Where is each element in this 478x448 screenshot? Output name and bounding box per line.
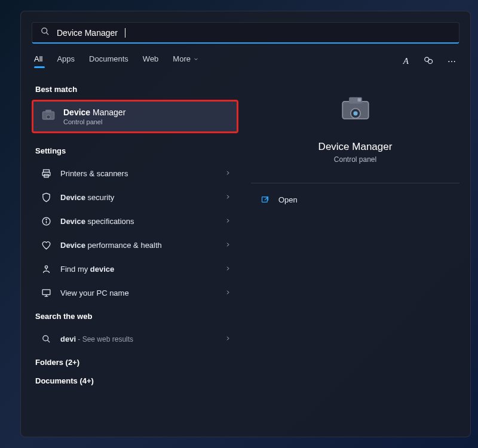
filter-tab-all[interactable]: All: [34, 54, 42, 68]
list-item-label: devi - See web results: [60, 335, 216, 343]
preview-subtitle: Control panel: [334, 155, 376, 164]
settings-item-find-my-device[interactable]: Find my device: [32, 257, 238, 281]
section-search-web: Search the web: [35, 312, 235, 321]
svg-point-18: [42, 335, 48, 340]
svg-point-22: [353, 111, 357, 115]
filter-tab-more[interactable]: More: [173, 54, 199, 68]
chevron-right-icon: [225, 169, 231, 178]
svg-line-19: [47, 340, 50, 342]
start-search-panel: Device Manager All Apps Documents Web Mo…: [20, 11, 471, 437]
info-icon: [40, 215, 52, 227]
filter-bar: All Apps Documents Web More A ⋯: [32, 54, 459, 68]
text-a-button[interactable]: A: [403, 56, 409, 66]
svg-point-3: [428, 59, 433, 63]
settings-item-device-perf[interactable]: Device performance & health: [32, 233, 238, 257]
svg-line-1: [46, 32, 48, 35]
open-action[interactable]: Open: [251, 187, 459, 212]
results-content: Best match Device Manager Control panel: [32, 79, 459, 430]
web-item-devi[interactable]: devi - See web results: [32, 327, 238, 351]
pc-icon: [40, 287, 52, 299]
chevron-right-icon: [225, 193, 231, 202]
svg-rect-15: [42, 289, 50, 294]
list-item-label: Printers & scanners: [60, 169, 216, 178]
chevron-right-icon: [225, 241, 231, 250]
svg-rect-8: [42, 172, 50, 176]
settings-item-printers[interactable]: Printers & scanners: [32, 161, 238, 185]
settings-item-view-pc-name[interactable]: View your PC name: [32, 281, 238, 305]
filter-tab-web[interactable]: Web: [143, 54, 159, 68]
findmy-icon: [40, 263, 52, 275]
filter-tab-documents[interactable]: Documents: [89, 54, 128, 68]
settings-item-device-security[interactable]: Device security: [32, 185, 238, 209]
list-item-label: View your PC name: [60, 289, 216, 297]
svg-point-5: [47, 115, 51, 119]
preview-header: Device Manager Control panel: [251, 81, 459, 178]
search-bar[interactable]: Device Manager: [32, 22, 459, 44]
svg-point-12: [45, 219, 46, 219]
preview-pane: Device Manager Control panel Open: [250, 79, 459, 430]
device-manager-large-icon: [336, 93, 375, 131]
filter-more-label: More: [173, 54, 191, 63]
section-folders[interactable]: Folders (2+): [35, 358, 235, 367]
shield-icon: [40, 191, 52, 203]
overflow-menu-button[interactable]: ⋯: [448, 57, 457, 66]
printer-icon: [40, 167, 52, 179]
svg-point-0: [42, 28, 47, 33]
chevron-right-icon: [225, 335, 231, 343]
list-item-label: Device specifications: [60, 217, 216, 226]
svg-point-13: [45, 265, 47, 268]
section-best-match: Best match: [35, 85, 235, 94]
svg-rect-25: [262, 197, 267, 202]
best-match-title: Device Manager: [63, 108, 125, 117]
device-manager-icon: [41, 109, 56, 124]
filter-tab-apps[interactable]: Apps: [57, 54, 75, 68]
list-item-label: Device performance & health: [60, 241, 216, 250]
feedback-icon[interactable]: [423, 56, 433, 67]
best-match-text: Device Manager Control panel: [63, 108, 125, 125]
open-action-label: Open: [278, 195, 298, 204]
section-documents[interactable]: Documents (4+): [35, 376, 235, 385]
search-icon: [40, 333, 52, 345]
settings-item-device-specs[interactable]: Device specifications: [32, 209, 238, 233]
search-icon: [41, 27, 50, 38]
chevron-right-icon: [225, 265, 231, 274]
section-settings: Settings: [35, 146, 235, 155]
search-input-text[interactable]: Device Manager: [57, 28, 118, 38]
svg-rect-6: [45, 110, 51, 113]
heart-icon: [40, 239, 52, 251]
preview-title: Device Manager: [318, 141, 393, 153]
chevron-right-icon: [225, 289, 231, 297]
list-item-label: Device security: [60, 193, 216, 202]
divider: [251, 183, 459, 183]
results-left-pane: Best match Device Manager Control panel: [32, 79, 238, 430]
list-item-label: Find my device: [60, 265, 216, 274]
chevron-down-icon: [193, 56, 199, 62]
svg-rect-7: [43, 170, 49, 172]
open-icon: [259, 194, 270, 205]
svg-rect-24: [357, 98, 360, 101]
text-caret: [125, 28, 125, 38]
best-match-item[interactable]: Device Manager Control panel: [32, 100, 238, 133]
best-match-subtitle: Control panel: [63, 118, 125, 125]
chevron-right-icon: [225, 217, 231, 226]
